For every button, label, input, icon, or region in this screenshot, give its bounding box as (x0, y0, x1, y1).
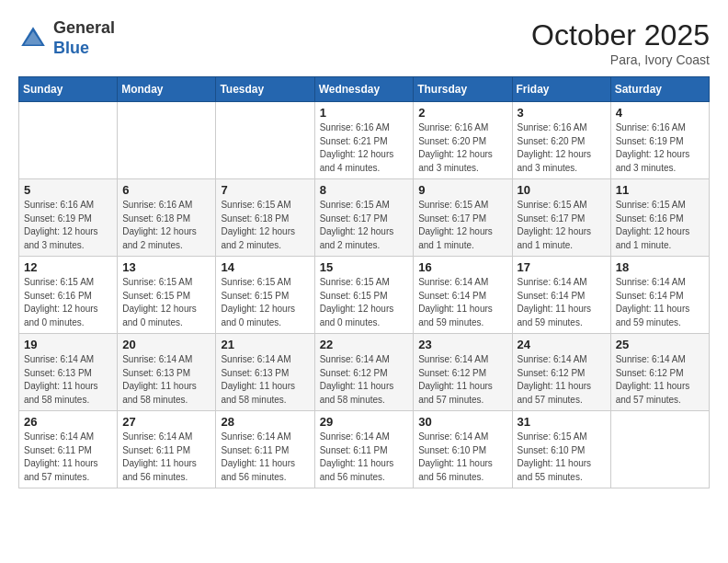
calendar-cell: 7Sunrise: 6:15 AMSunset: 6:18 PMDaylight… (216, 179, 314, 257)
location-text: Para, Ivory Coast (531, 52, 710, 67)
weekday-header-row: SundayMondayTuesdayWednesdayThursdayFrid… (19, 77, 710, 102)
day-number: 10 (518, 183, 606, 197)
calendar-cell: 27Sunrise: 6:14 AMSunset: 6:11 PMDayligh… (118, 411, 216, 488)
calendar-cell: 26Sunrise: 6:14 AMSunset: 6:11 PMDayligh… (19, 411, 118, 488)
calendar-table: SundayMondayTuesdayWednesdayThursdayFrid… (18, 76, 710, 488)
calendar-cell: 31Sunrise: 6:15 AMSunset: 6:10 PMDayligh… (512, 411, 610, 488)
day-number: 24 (518, 338, 606, 351)
logo-text: General Blue (53, 18, 115, 58)
day-number: 7 (221, 183, 309, 197)
calendar-cell: 12Sunrise: 6:15 AMSunset: 6:16 PMDayligh… (19, 257, 118, 334)
day-number: 22 (320, 338, 409, 351)
day-info: Sunrise: 6:14 AMSunset: 6:11 PMDaylight:… (221, 431, 309, 484)
day-info: Sunrise: 6:16 AMSunset: 6:21 PMDaylight:… (320, 121, 409, 175)
day-info: Sunrise: 6:15 AMSunset: 6:17 PMDaylight:… (320, 199, 409, 252)
day-number: 16 (418, 260, 506, 274)
calendar-cell (610, 411, 709, 488)
calendar-cell (118, 102, 216, 179)
calendar-cell: 8Sunrise: 6:15 AMSunset: 6:17 PMDaylight… (314, 179, 414, 257)
day-info: Sunrise: 6:14 AMSunset: 6:12 PMDaylight:… (418, 353, 506, 407)
calendar-cell: 30Sunrise: 6:14 AMSunset: 6:10 PMDayligh… (414, 411, 512, 488)
day-info: Sunrise: 6:14 AMSunset: 6:11 PMDaylight:… (122, 431, 210, 484)
day-info: Sunrise: 6:14 AMSunset: 6:11 PMDaylight:… (24, 431, 112, 484)
calendar-cell: 14Sunrise: 6:15 AMSunset: 6:15 PMDayligh… (216, 257, 314, 334)
day-number: 30 (418, 415, 506, 429)
day-number: 29 (320, 415, 409, 429)
week-row-2: 5Sunrise: 6:16 AMSunset: 6:19 PMDaylight… (19, 179, 710, 257)
day-info: Sunrise: 6:14 AMSunset: 6:12 PMDaylight:… (518, 353, 606, 407)
weekday-header-thursday: Thursday (414, 77, 512, 102)
calendar-cell: 16Sunrise: 6:14 AMSunset: 6:14 PMDayligh… (414, 257, 512, 334)
logo-blue-text: Blue (53, 39, 89, 57)
day-info: Sunrise: 6:15 AMSunset: 6:16 PMDaylight:… (616, 199, 704, 252)
day-info: Sunrise: 6:15 AMSunset: 6:15 PMDaylight:… (122, 276, 210, 329)
day-number: 25 (616, 338, 704, 351)
calendar-cell: 21Sunrise: 6:14 AMSunset: 6:13 PMDayligh… (216, 334, 314, 411)
day-number: 27 (122, 415, 210, 429)
day-info: Sunrise: 6:14 AMSunset: 6:12 PMDaylight:… (616, 353, 704, 407)
week-row-1: 1Sunrise: 6:16 AMSunset: 6:21 PMDaylight… (19, 102, 710, 179)
day-info: Sunrise: 6:14 AMSunset: 6:14 PMDaylight:… (616, 276, 704, 329)
weekday-header-monday: Monday (118, 77, 216, 102)
day-number: 17 (518, 260, 606, 274)
day-info: Sunrise: 6:14 AMSunset: 6:10 PMDaylight:… (418, 431, 506, 484)
day-number: 21 (221, 338, 309, 351)
day-info: Sunrise: 6:15 AMSunset: 6:18 PMDaylight:… (221, 199, 309, 252)
day-number: 1 (320, 106, 409, 120)
calendar-cell: 2Sunrise: 6:16 AMSunset: 6:20 PMDaylight… (414, 102, 512, 179)
day-number: 5 (24, 183, 112, 197)
day-number: 15 (320, 260, 409, 274)
day-info: Sunrise: 6:16 AMSunset: 6:18 PMDaylight:… (122, 199, 210, 252)
calendar-cell: 20Sunrise: 6:14 AMSunset: 6:13 PMDayligh… (118, 334, 216, 411)
day-number: 2 (418, 106, 506, 120)
calendar-cell: 3Sunrise: 6:16 AMSunset: 6:20 PMDaylight… (512, 102, 610, 179)
day-info: Sunrise: 6:15 AMSunset: 6:15 PMDaylight:… (320, 276, 409, 329)
weekday-header-wednesday: Wednesday (314, 77, 414, 102)
calendar-cell: 9Sunrise: 6:15 AMSunset: 6:17 PMDaylight… (414, 179, 512, 257)
day-number: 12 (24, 260, 112, 274)
day-info: Sunrise: 6:14 AMSunset: 6:14 PMDaylight:… (518, 276, 606, 329)
day-number: 9 (418, 183, 506, 197)
day-number: 31 (518, 415, 606, 429)
day-info: Sunrise: 6:16 AMSunset: 6:19 PMDaylight:… (24, 199, 112, 252)
day-number: 18 (616, 260, 704, 274)
weekday-header-tuesday: Tuesday (216, 77, 314, 102)
logo: General Blue (18, 18, 115, 58)
calendar-cell: 13Sunrise: 6:15 AMSunset: 6:15 PMDayligh… (118, 257, 216, 334)
day-info: Sunrise: 6:14 AMSunset: 6:13 PMDaylight:… (122, 353, 210, 407)
calendar-cell: 10Sunrise: 6:15 AMSunset: 6:17 PMDayligh… (512, 179, 610, 257)
calendar-cell: 25Sunrise: 6:14 AMSunset: 6:12 PMDayligh… (610, 334, 709, 411)
calendar-cell: 18Sunrise: 6:14 AMSunset: 6:14 PMDayligh… (610, 257, 709, 334)
week-row-3: 12Sunrise: 6:15 AMSunset: 6:16 PMDayligh… (19, 257, 710, 334)
calendar-cell: 17Sunrise: 6:14 AMSunset: 6:14 PMDayligh… (512, 257, 610, 334)
day-number: 19 (24, 338, 112, 351)
calendar-cell: 15Sunrise: 6:15 AMSunset: 6:15 PMDayligh… (314, 257, 414, 334)
day-info: Sunrise: 6:16 AMSunset: 6:19 PMDaylight:… (616, 121, 704, 175)
calendar-cell: 6Sunrise: 6:16 AMSunset: 6:18 PMDaylight… (118, 179, 216, 257)
calendar-cell: 29Sunrise: 6:14 AMSunset: 6:11 PMDayligh… (314, 411, 414, 488)
day-info: Sunrise: 6:14 AMSunset: 6:14 PMDaylight:… (418, 276, 506, 329)
month-title: October 2025 (531, 18, 710, 52)
day-number: 4 (616, 106, 704, 120)
weekday-header-friday: Friday (512, 77, 610, 102)
calendar-cell (19, 102, 118, 179)
logo-general-text: General (53, 18, 115, 37)
calendar-cell: 4Sunrise: 6:16 AMSunset: 6:19 PMDaylight… (610, 102, 709, 179)
calendar-cell: 24Sunrise: 6:14 AMSunset: 6:12 PMDayligh… (512, 334, 610, 411)
day-info: Sunrise: 6:15 AMSunset: 6:17 PMDaylight:… (518, 199, 606, 252)
week-row-4: 19Sunrise: 6:14 AMSunset: 6:13 PMDayligh… (19, 334, 710, 411)
day-number: 23 (418, 338, 506, 351)
page-header: General Blue October 2025 Para, Ivory Co… (18, 18, 710, 67)
week-row-5: 26Sunrise: 6:14 AMSunset: 6:11 PMDayligh… (19, 411, 710, 488)
day-number: 3 (518, 106, 606, 120)
day-number: 28 (221, 415, 309, 429)
title-block: October 2025 Para, Ivory Coast (531, 18, 710, 67)
day-number: 20 (122, 338, 210, 351)
day-info: Sunrise: 6:16 AMSunset: 6:20 PMDaylight:… (418, 121, 506, 175)
weekday-header-saturday: Saturday (610, 77, 709, 102)
calendar-cell: 19Sunrise: 6:14 AMSunset: 6:13 PMDayligh… (19, 334, 118, 411)
day-info: Sunrise: 6:15 AMSunset: 6:17 PMDaylight:… (418, 199, 506, 252)
day-info: Sunrise: 6:16 AMSunset: 6:20 PMDaylight:… (518, 121, 606, 175)
day-info: Sunrise: 6:15 AMSunset: 6:16 PMDaylight:… (24, 276, 112, 329)
day-info: Sunrise: 6:15 AMSunset: 6:10 PMDaylight:… (518, 431, 606, 484)
